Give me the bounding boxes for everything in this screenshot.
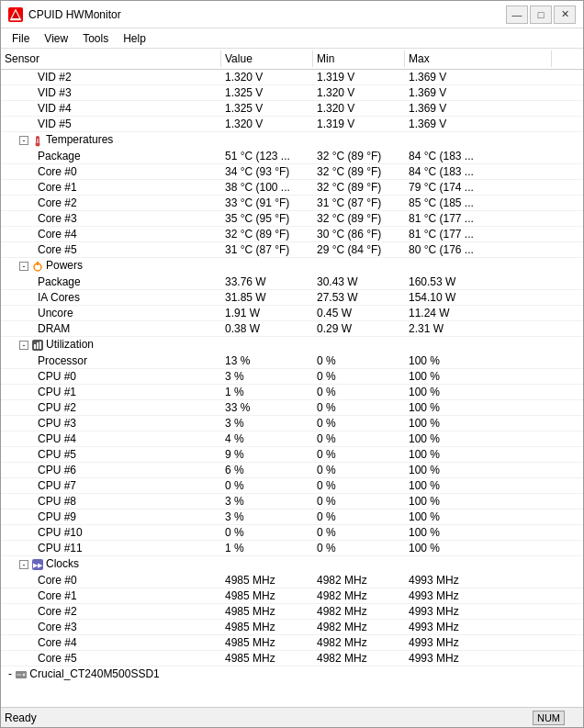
table-row[interactable]: Core #44985 MHz4982 MHz4993 MHz [1, 635, 583, 651]
expand-icon[interactable]: - [19, 136, 28, 145]
sensor-min: 0 % [313, 369, 405, 384]
num-lock-indicator: NUM [533, 711, 565, 725]
window-title: CPUID HWMonitor [28, 8, 506, 21]
sensor-name: IA Cores [1, 290, 221, 305]
group-label: -Powers [1, 258, 221, 274]
sensor-max: 81 °C (177 ... [405, 211, 552, 226]
table-row[interactable]: Core #04985 MHz4982 MHz4993 MHz [1, 573, 583, 588]
table-row[interactable]: CPU #11 %0 %100 % [1, 385, 583, 400]
table-row[interactable]: Core #34985 MHz4982 MHz4993 MHz [1, 620, 583, 635]
sensor-name: CPU #11 [1, 541, 221, 555]
sensor-value: 4985 MHz [221, 588, 313, 603]
sensor-name: CPU #2 [1, 400, 221, 415]
sensor-name: VID #2 [1, 70, 221, 84]
sensor-min: 4982 MHz [313, 573, 405, 588]
table-row[interactable]: CPU #59 %0 %100 % [1, 447, 583, 463]
table-row[interactable]: CPU #83 %0 %100 % [1, 494, 583, 510]
table-row[interactable]: Core #138 °C (100 ...32 °C (89 °F)79 °C … [1, 180, 583, 196]
sensor-max: 85 °C (185 ... [405, 196, 552, 210]
table-row[interactable]: Core #531 °C (87 °F)29 °C (84 °F)80 °C (… [1, 242, 583, 258]
sensor-value: 33 % [221, 400, 313, 415]
table-row[interactable]: CPU #33 %0 %100 % [1, 416, 583, 431]
table-row[interactable]: Core #14985 MHz4982 MHz4993 MHz [1, 588, 583, 604]
sensor-value: 31.85 W [221, 290, 313, 305]
menu-view[interactable]: View [37, 30, 75, 47]
table-row[interactable]: Core #24985 MHz4982 MHz4993 MHz [1, 604, 583, 620]
table-row[interactable]: Package33.76 W30.43 W160.53 W [1, 274, 583, 290]
table-row[interactable]: Core #54985 MHz4982 MHz4993 MHz [1, 651, 583, 666]
table-row[interactable]: Processor13 %0 %100 % [1, 353, 583, 369]
sensor-min: 0 % [313, 431, 405, 446]
sensor-max: 2.31 W [405, 321, 552, 336]
sensor-max: 4993 MHz [405, 573, 552, 588]
sensor-value: 6 % [221, 463, 313, 477]
table-row[interactable]: Core #233 °C (91 °F)31 °C (87 °F)85 °C (… [1, 196, 583, 211]
sensor-name: Core #5 [1, 242, 221, 257]
table-row[interactable]: IA Cores31.85 W27.53 W154.10 W [1, 290, 583, 306]
table-row[interactable]: CPU #66 %0 %100 % [1, 463, 583, 478]
sensor-min: 0 % [313, 525, 405, 540]
sensor-max: 100 % [405, 447, 552, 462]
sensor-min: 30.43 W [313, 274, 405, 289]
close-button[interactable]: ✕ [554, 6, 576, 24]
menu-file[interactable]: File [5, 30, 37, 47]
sensor-value: 1 % [221, 541, 313, 555]
table-row[interactable]: Uncore1.91 W0.45 W11.24 W [1, 306, 583, 321]
table-row[interactable]: Core #335 °C (95 °F)32 °C (89 °F)81 °C (… [1, 211, 583, 227]
table-row[interactable]: CPU #111 %0 %100 % [1, 541, 583, 556]
group-header[interactable]: -Powers [1, 258, 583, 274]
sensor-name: Core #4 [1, 635, 221, 650]
sensor-max: 100 % [405, 416, 552, 431]
table-row[interactable]: VID #41.325 V1.320 V1.369 V [1, 101, 583, 117]
sensor-name: Package [1, 274, 221, 289]
table-row[interactable]: VID #21.320 V1.319 V1.369 V [1, 70, 583, 85]
menu-tools[interactable]: Tools [75, 30, 116, 47]
sensor-value: 33.76 W [221, 274, 313, 289]
table-row[interactable]: Core #432 °C (89 °F)30 °C (86 °F)81 °C (… [1, 227, 583, 242]
group-header[interactable]: -Temperatures [1, 132, 583, 149]
table-row[interactable]: CPU #70 %0 %100 % [1, 478, 583, 494]
sensor-value: 4985 MHz [221, 651, 313, 666]
table-row[interactable]: CPU #03 %0 %100 % [1, 369, 583, 385]
expand-icon[interactable]: - [19, 560, 28, 569]
sensor-name: Core #2 [1, 604, 221, 619]
sensor-max: 1.369 V [405, 101, 552, 116]
minimize-button[interactable]: — [506, 6, 528, 24]
col-max: Max [405, 50, 552, 67]
menu-help[interactable]: Help [116, 30, 153, 47]
table-row[interactable]: CPU #233 %0 %100 % [1, 400, 583, 416]
table-row[interactable]: VID #51.320 V1.319 V1.369 V [1, 117, 583, 132]
sensor-max: 100 % [405, 463, 552, 477]
sensor-name: CPU #6 [1, 463, 221, 477]
table-row[interactable]: VID #31.325 V1.320 V1.369 V [1, 85, 583, 101]
sensor-name: Core #5 [1, 651, 221, 666]
table-row[interactable]: Core #034 °C (93 °F)32 °C (89 °F)84 °C (… [1, 164, 583, 180]
table-row[interactable]: DRAM0.38 W0.29 W2.31 W [1, 321, 583, 337]
sensor-max: 100 % [405, 525, 552, 540]
table-row[interactable]: Package51 °C (123 ...32 °C (89 °F)84 °C … [1, 149, 583, 164]
maximize-button[interactable]: □ [530, 6, 552, 24]
expand-icon[interactable]: - [19, 341, 28, 350]
main-window: CPUID HWMonitor — □ ✕ File View Tools He… [0, 0, 584, 728]
sensor-max: 81 °C (177 ... [405, 227, 552, 241]
sensor-min: 27.53 W [313, 290, 405, 305]
group-header[interactable]: -▶▶Clocks [1, 556, 583, 573]
col-min: Min [313, 50, 405, 67]
sensor-value: 33 °C (91 °F) [221, 196, 313, 210]
group-header[interactable]: -Utilization [1, 337, 583, 353]
sensor-name: Processor [1, 353, 221, 368]
expand-icon[interactable]: - [19, 262, 28, 271]
sensor-max: 4993 MHz [405, 651, 552, 666]
sensor-name: Core #1 [1, 588, 221, 603]
table-body[interactable]: VID #21.320 V1.319 V1.369 VVID #31.325 V… [1, 70, 583, 707]
sensor-min: 30 °C (86 °F) [313, 227, 405, 241]
sensor-name: Core #0 [1, 164, 221, 179]
sensor-value: 34 °C (93 °F) [221, 164, 313, 179]
sensor-min: 0 % [313, 416, 405, 431]
sensor-value: 1.320 V [221, 117, 313, 131]
table-row[interactable]: CPU #44 %0 %100 % [1, 431, 583, 447]
table-row[interactable]: CPU #93 %0 %100 % [1, 510, 583, 525]
device-row[interactable]: - Crucial_CT240M500SSD1 [1, 666, 583, 683]
table-row[interactable]: CPU #100 %0 %100 % [1, 525, 583, 541]
table-header: Sensor Value Min Max [1, 49, 583, 70]
